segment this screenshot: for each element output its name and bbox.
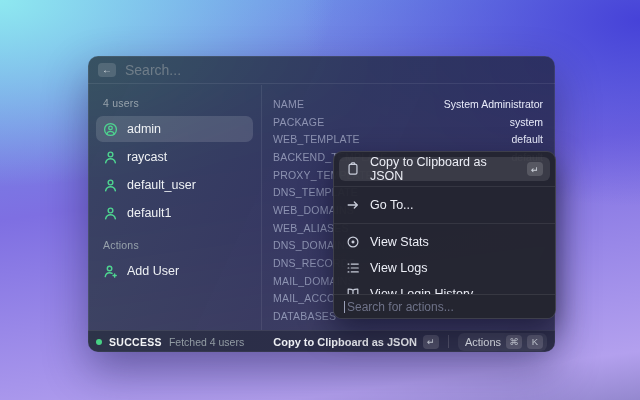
status-bar: SUCCESS Fetched 4 users Copy to Clipboar… bbox=[88, 330, 555, 352]
book-open-icon bbox=[346, 287, 360, 294]
status-message: Fetched 4 users bbox=[169, 336, 244, 348]
success-dot-icon bbox=[96, 339, 102, 345]
user-label: admin bbox=[127, 122, 161, 136]
user-label: raycast bbox=[127, 150, 167, 164]
menu-item-label: View Login History bbox=[370, 287, 473, 294]
metadata-value: default bbox=[511, 133, 543, 145]
action-menu-list: Copy to Clipboard as JSON ↵ Go To... bbox=[334, 152, 555, 294]
menu-item-go-to[interactable]: Go To... bbox=[339, 192, 550, 218]
text-cursor bbox=[344, 301, 345, 313]
actions-menu-button[interactable]: Actions ⌘ K bbox=[458, 333, 547, 351]
menu-item-label: View Stats bbox=[370, 235, 429, 249]
sidebar-item-default1[interactable]: default1 bbox=[96, 200, 253, 226]
action-search-input[interactable] bbox=[347, 300, 545, 314]
metadata-label: NAME bbox=[273, 98, 304, 110]
status-bar-right: Copy to Clipboard as JSON ↵ Actions ⌘ K bbox=[273, 333, 547, 351]
menu-divider bbox=[334, 223, 555, 224]
return-key-badge: ↵ bbox=[423, 335, 439, 349]
sidebar-item-default-user[interactable]: default_user bbox=[96, 172, 253, 198]
menu-item-label: Copy to Clipboard as JSON bbox=[370, 155, 517, 183]
actions-label: Actions bbox=[465, 336, 501, 348]
back-button[interactable]: ← bbox=[98, 63, 116, 77]
user-icon bbox=[103, 178, 118, 193]
menu-item-copy-json[interactable]: Copy to Clipboard as JSON ↵ bbox=[339, 157, 550, 181]
sidebar-item-add-user[interactable]: Add User bbox=[96, 258, 253, 284]
user-plus-icon bbox=[103, 264, 118, 279]
metadata-value: system bbox=[510, 116, 543, 128]
stats-disc-icon bbox=[346, 235, 360, 249]
section-header-actions: Actions bbox=[103, 239, 253, 251]
user-icon bbox=[103, 206, 118, 221]
metadata-label: PACKAGE bbox=[273, 116, 324, 128]
menu-item-view-stats[interactable]: View Stats bbox=[339, 229, 550, 255]
action-menu: Copy to Clipboard as JSON ↵ Go To... bbox=[333, 151, 556, 319]
cmd-key-badge: ⌘ bbox=[506, 335, 522, 349]
user-label: default1 bbox=[127, 206, 171, 220]
user-label: default_user bbox=[127, 178, 196, 192]
search-header: ← bbox=[88, 56, 555, 84]
metadata-row: PACKAGE system bbox=[273, 113, 543, 131]
desktop-background: ← 4 users admin bbox=[0, 0, 640, 400]
sidebar-item-admin[interactable]: admin bbox=[96, 116, 253, 142]
metadata-row: NAME System Administrator bbox=[273, 95, 543, 113]
user-circle-icon bbox=[103, 122, 118, 137]
k-key-badge: K bbox=[527, 335, 543, 349]
action-search-bar bbox=[334, 294, 555, 318]
action-label: Add User bbox=[127, 264, 179, 278]
metadata-row: WEB_TEMPLATE default bbox=[273, 130, 543, 148]
menu-item-label: Go To... bbox=[370, 198, 414, 212]
menu-divider bbox=[334, 186, 555, 187]
metadata-label: DATABASES bbox=[273, 310, 336, 322]
divider bbox=[448, 335, 449, 348]
arrow-left-icon: ← bbox=[102, 65, 112, 75]
clipboard-icon bbox=[346, 162, 360, 176]
primary-action-button[interactable]: Copy to Clipboard as JSON bbox=[273, 336, 417, 348]
user-list-panel: 4 users admin bbox=[88, 85, 262, 330]
menu-item-view-logs[interactable]: View Logs bbox=[339, 255, 550, 281]
sidebar-item-raycast[interactable]: raycast bbox=[96, 144, 253, 170]
menu-item-view-login-history[interactable]: View Login History bbox=[339, 281, 550, 294]
status-badge: SUCCESS bbox=[109, 336, 162, 348]
metadata-value: System Administrator bbox=[444, 98, 543, 110]
section-header-users: 4 users bbox=[103, 97, 253, 109]
arrow-right-icon bbox=[346, 198, 360, 212]
menu-item-label: View Logs bbox=[370, 261, 427, 275]
list-icon bbox=[346, 261, 360, 275]
search-input[interactable] bbox=[125, 62, 545, 78]
metadata-label: WEB_TEMPLATE bbox=[273, 133, 360, 145]
user-icon bbox=[103, 150, 118, 165]
return-key-badge: ↵ bbox=[527, 162, 543, 176]
